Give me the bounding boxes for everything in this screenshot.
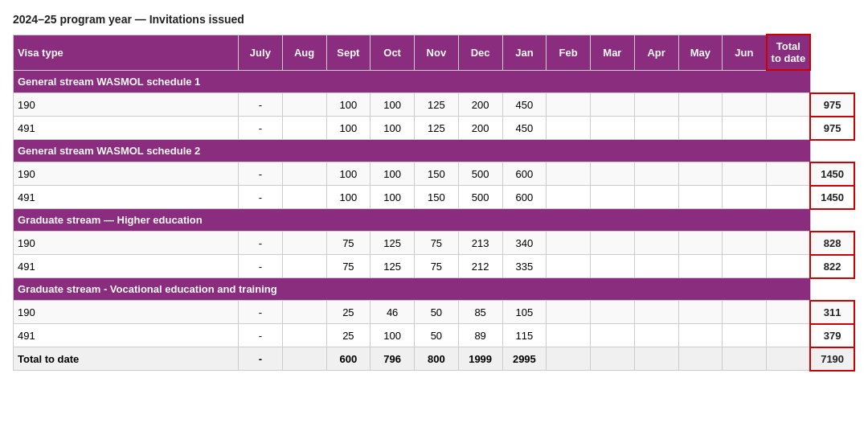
data-cell — [678, 324, 723, 347]
col-header-mar: Mar — [591, 35, 635, 70]
col-header-oct: Oct — [371, 35, 415, 70]
total-cell: 796 — [371, 347, 415, 371]
data-cell: 115 — [502, 324, 547, 347]
data-cell: 100 — [326, 117, 371, 140]
data-cell — [767, 93, 811, 117]
total-row-label: Total to date — [14, 347, 239, 371]
data-cell — [723, 324, 767, 347]
data-cell — [282, 232, 326, 255]
data-cell: 125 — [415, 93, 459, 117]
data-cell — [282, 162, 326, 186]
page-title: 2024–25 program year — Invitations issue… — [13, 13, 855, 26]
data-cell: 105 — [502, 301, 547, 324]
data-cell: 213 — [458, 232, 502, 255]
category-label: Graduate stream - Vocational education a… — [14, 278, 811, 301]
total-cell: 2995 — [502, 347, 547, 371]
data-cell — [634, 301, 678, 324]
data-cell: 150 — [415, 162, 459, 186]
col-header-visa-type: Visa type — [14, 35, 239, 70]
data-cell — [634, 93, 678, 117]
data-cell — [723, 232, 767, 255]
data-cell — [591, 93, 635, 117]
visa-type-label: 491 — [14, 117, 239, 140]
table-header-row: Visa typeJulyAugSeptOctNovDecJanFebMarAp… — [14, 35, 855, 70]
data-cell: 200 — [458, 93, 502, 117]
table-row: 491-251005089115379 — [14, 324, 855, 347]
data-cell: 125 — [371, 232, 415, 255]
data-cell — [723, 93, 767, 117]
data-cell: 25 — [326, 324, 371, 347]
visa-type-label: 491 — [14, 324, 239, 347]
total-cell: 1999 — [458, 347, 502, 371]
data-cell: 75 — [326, 255, 371, 278]
data-cell: 125 — [415, 117, 459, 140]
data-cell — [767, 186, 811, 209]
total-cell — [767, 347, 811, 371]
total-cell: - — [239, 347, 283, 371]
visa-type-label: 491 — [14, 255, 239, 278]
data-cell: 100 — [371, 93, 415, 117]
category-label: General stream WASMOL schedule 1 — [14, 70, 811, 93]
data-cell: 822 — [810, 255, 854, 278]
data-cell — [547, 301, 591, 324]
visa-type-label: 190 — [14, 162, 239, 186]
data-cell — [678, 93, 723, 117]
data-cell — [591, 301, 635, 324]
data-cell — [591, 186, 635, 209]
data-cell: - — [239, 301, 283, 324]
table-row: 491-100100125200450975 — [14, 117, 855, 140]
visa-type-label: 190 — [14, 232, 239, 255]
data-cell — [634, 162, 678, 186]
data-cell — [634, 255, 678, 278]
data-cell — [723, 186, 767, 209]
data-cell: 85 — [458, 301, 502, 324]
data-cell — [547, 232, 591, 255]
col-header-nov: Nov — [415, 35, 459, 70]
data-cell — [767, 255, 811, 278]
data-cell — [767, 324, 811, 347]
data-cell — [591, 162, 635, 186]
total-cell: 600 — [326, 347, 371, 371]
data-cell — [547, 186, 591, 209]
data-cell: - — [239, 232, 283, 255]
total-cell — [634, 347, 678, 371]
data-cell: 1450 — [810, 186, 854, 209]
col-header-feb: Feb — [547, 35, 591, 70]
data-cell: 200 — [458, 117, 502, 140]
table-row: Total to date-600796800199929957190 — [14, 347, 855, 371]
data-cell: 75 — [415, 232, 459, 255]
data-cell — [547, 162, 591, 186]
data-cell — [723, 117, 767, 140]
data-cell — [591, 255, 635, 278]
data-cell: 150 — [415, 186, 459, 209]
data-cell: 1450 — [810, 162, 854, 186]
data-cell: 212 — [458, 255, 502, 278]
data-cell: 50 — [415, 301, 459, 324]
data-cell — [678, 255, 723, 278]
data-cell: 100 — [371, 324, 415, 347]
data-cell — [282, 117, 326, 140]
data-cell — [547, 93, 591, 117]
data-cell — [282, 301, 326, 324]
total-cell — [678, 347, 723, 371]
data-cell — [634, 232, 678, 255]
data-cell — [723, 162, 767, 186]
data-cell — [547, 255, 591, 278]
data-cell — [547, 117, 591, 140]
data-cell: 100 — [326, 186, 371, 209]
data-cell: - — [239, 93, 283, 117]
data-cell: 100 — [326, 162, 371, 186]
table-row: 190-25465085105311 — [14, 301, 855, 324]
data-cell — [723, 301, 767, 324]
data-cell: 340 — [502, 232, 547, 255]
data-cell: 100 — [371, 186, 415, 209]
data-cell — [678, 232, 723, 255]
visa-type-label: 190 — [14, 93, 239, 117]
data-cell — [767, 232, 811, 255]
table-row: Graduate stream — Higher education — [14, 209, 855, 232]
data-cell: 311 — [810, 301, 854, 324]
data-cell — [723, 255, 767, 278]
category-label: General stream WASMOL schedule 2 — [14, 140, 811, 162]
data-cell — [591, 324, 635, 347]
data-cell — [282, 255, 326, 278]
